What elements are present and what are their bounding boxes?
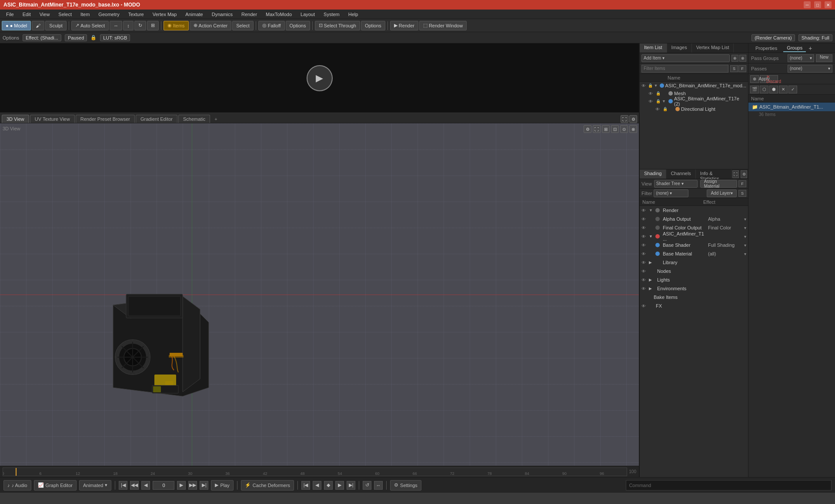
passes-dropdown[interactable]: (none) ▾ bbox=[788, 65, 832, 73]
group-icon-btn-1[interactable]: ⬡ bbox=[760, 86, 768, 93]
shading-row[interactable]: 👁 Final Color Output Final Color ▾ bbox=[640, 223, 748, 232]
shading-row[interactable]: 👁 Alpha Output Alpha ▾ bbox=[640, 215, 748, 223]
group-item[interactable]: 📁 ASIC_Bitmain_AntMiner_T1... bbox=[748, 103, 835, 111]
tab-schematic[interactable]: Schematic bbox=[178, 115, 210, 123]
shading-row[interactable]: 👁 Base Material (all) ▾ bbox=[640, 249, 748, 258]
lut-value[interactable]: LUT: sRGB bbox=[100, 34, 130, 41]
viewport-corner-btn-3[interactable]: ⊞ bbox=[602, 125, 610, 133]
effect-arrow[interactable]: ▾ bbox=[744, 217, 746, 222]
auto-select-button[interactable]: ↗ Auto Select bbox=[71, 21, 109, 30]
animated-button[interactable]: Animated ▾ bbox=[79, 480, 111, 491]
shading-row[interactable]: 👁 ▶ Lights bbox=[640, 275, 748, 284]
filter-items-input[interactable] bbox=[641, 65, 728, 73]
play-button-bottom[interactable]: ▶ Play bbox=[211, 480, 233, 491]
close-button[interactable]: ✕ bbox=[825, 1, 832, 8]
filter-f-btn[interactable]: F bbox=[738, 65, 746, 72]
eye-icon[interactable]: 👁 bbox=[641, 269, 648, 274]
expand-icon[interactable]: ▼ bbox=[649, 234, 654, 239]
shading-row[interactable]: 👁 FX bbox=[640, 302, 748, 310]
select-through-button[interactable]: ⊡ Select Through bbox=[315, 21, 360, 30]
3d-viewport[interactable]: 3D View ⚙ ⛶ ⊞ ⊡ ⊙ ⊗ bbox=[0, 123, 639, 466]
options-button-1[interactable]: Options bbox=[286, 21, 310, 30]
transport-fwd-btn[interactable]: ▶ bbox=[177, 481, 186, 490]
visibility-icon[interactable]: 👁 bbox=[641, 83, 647, 88]
shading-row[interactable]: 👁 Nodes bbox=[640, 267, 748, 275]
transport-ff-btn[interactable]: ▶▶ bbox=[188, 481, 197, 490]
shading-settings-btn[interactable]: ⚙ bbox=[741, 170, 747, 178]
shading-s-btn[interactable]: S bbox=[738, 190, 746, 197]
item-row[interactable]: 👁 🔒 ▼ ASIC_Bitmain_AntMiner_T17e (2) bbox=[640, 97, 748, 105]
effect-arrow[interactable]: ▾ bbox=[744, 243, 746, 248]
menu-help[interactable]: Help bbox=[344, 11, 363, 18]
paint-button[interactable]: 🖌 bbox=[32, 21, 44, 30]
tab-properties[interactable]: Properties bbox=[752, 45, 781, 52]
expand-icon[interactable]: ▼ bbox=[649, 208, 654, 212]
menu-select[interactable]: Select bbox=[54, 11, 76, 18]
shading-row[interactable]: 👁 ▶ Environments bbox=[640, 284, 748, 293]
add-view-tab-button[interactable]: + bbox=[211, 115, 220, 123]
keyframe-last[interactable]: ▶| bbox=[347, 481, 355, 490]
render-window-button[interactable]: ⬚ Render Window bbox=[419, 21, 467, 30]
effect-arrow[interactable]: ▾ bbox=[744, 234, 746, 239]
select-button[interactable]: Select bbox=[232, 21, 254, 30]
settings-button[interactable]: ⚙ Settings bbox=[390, 480, 421, 491]
options-button-2[interactable]: Options bbox=[361, 21, 385, 30]
playhead[interactable] bbox=[16, 468, 17, 476]
tab-uv-texture[interactable]: UV Texture View bbox=[30, 115, 75, 123]
transport-prev-btn[interactable]: ◀◀ bbox=[130, 481, 139, 490]
camera-dropdown[interactable]: (Render Camera) bbox=[752, 34, 795, 41]
f-button[interactable]: F bbox=[738, 180, 746, 187]
falloff-button[interactable]: ◎ Falloff bbox=[258, 21, 285, 30]
viewport-corner-btn-2[interactable]: ⛶ bbox=[593, 125, 601, 133]
eye-icon[interactable]: 👁 bbox=[641, 243, 648, 248]
viewport-corner-btn-1[interactable]: ⚙ bbox=[584, 125, 591, 133]
item-row[interactable]: 👁 🔒 ▼ ASIC_Bitmain_AntMiner_T17e_mod... bbox=[640, 82, 748, 90]
group-icon-btn-film[interactable]: 🎬 bbox=[750, 86, 759, 93]
shader-tree-dropdown[interactable]: Shader Tree ▾ bbox=[654, 180, 698, 188]
tab-3d-view[interactable]: 3D View bbox=[2, 115, 29, 123]
eye-icon[interactable]: 👁 bbox=[641, 304, 648, 308]
item-icon-btn-1[interactable]: ⊕ bbox=[731, 55, 738, 62]
menu-dynamics[interactable]: Dynamics bbox=[207, 11, 237, 18]
visibility-icon[interactable]: 👁 bbox=[648, 99, 655, 104]
sculpt-button[interactable]: Sculpt bbox=[45, 21, 67, 30]
eye-icon[interactable]: 👁 bbox=[641, 286, 648, 291]
eye-icon[interactable]: 👁 bbox=[641, 278, 648, 282]
transform-btn-4[interactable]: ⊞ bbox=[147, 21, 159, 30]
tab-gradient-editor[interactable]: Gradient Editor bbox=[136, 115, 177, 123]
expand-icon[interactable]: ▼ bbox=[654, 83, 658, 88]
transport-back-btn[interactable]: ◀ bbox=[141, 481, 150, 490]
viewport-settings-button[interactable]: ⚙ bbox=[629, 115, 637, 123]
play-button[interactable]: ▶ bbox=[307, 65, 333, 91]
transform-btn-2[interactable]: ↕ bbox=[123, 21, 134, 30]
action-center-button[interactable]: ⊕ Action Center bbox=[190, 21, 232, 30]
keyframe-next[interactable]: ▶ bbox=[335, 481, 344, 490]
menu-geometry[interactable]: Geometry bbox=[94, 11, 124, 18]
minimize-button[interactable]: ─ bbox=[804, 1, 811, 8]
frame-input[interactable] bbox=[153, 481, 174, 490]
viewport-corner-btn-6[interactable]: ⊗ bbox=[629, 125, 637, 133]
visibility-icon[interactable]: 👁 bbox=[655, 107, 661, 112]
shading-row[interactable]: 👁 Base Shader Full Shading ▾ bbox=[640, 241, 748, 249]
keyframe-add[interactable]: ◆ bbox=[324, 481, 333, 490]
tab-channels[interactable]: Channels bbox=[666, 169, 695, 179]
new-group-button[interactable]: New bbox=[816, 54, 832, 62]
group-icon-btn-2[interactable]: ⬢ bbox=[769, 86, 778, 93]
menu-file[interactable]: File bbox=[2, 11, 18, 18]
audio-button[interactable]: ♪ ♪ Audio bbox=[3, 480, 31, 491]
render-button[interactable]: ▶ Render bbox=[390, 21, 418, 30]
eye-icon[interactable]: 👁 bbox=[641, 252, 648, 256]
tab-groups[interactable]: Groups bbox=[783, 44, 806, 52]
menu-texture[interactable]: Texture bbox=[124, 11, 148, 18]
viewport-corner-btn-4[interactable]: ⊡ bbox=[611, 125, 619, 133]
add-group-btn[interactable]: + bbox=[808, 45, 812, 52]
eye-icon[interactable]: 👁 bbox=[641, 260, 648, 265]
pass-groups-dropdown[interactable]: (none) ▾ bbox=[788, 54, 814, 62]
tab-shading[interactable]: Shading bbox=[640, 169, 666, 179]
menu-vertex-map[interactable]: Vertex Map bbox=[148, 11, 181, 18]
filter-s-btn[interactable]: S bbox=[730, 65, 738, 72]
graph-editor-button[interactable]: 📈 Graph Editor bbox=[34, 480, 77, 491]
menu-item[interactable]: Item bbox=[76, 11, 94, 18]
tab-render-preset[interactable]: Render Preset Browser bbox=[76, 115, 135, 123]
keyframe-first[interactable]: |◀ bbox=[301, 481, 310, 490]
